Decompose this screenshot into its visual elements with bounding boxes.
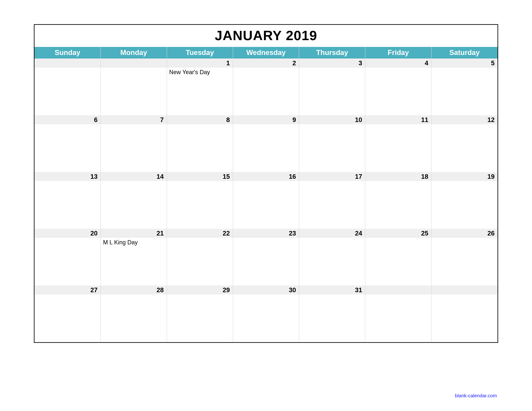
date-cell: [35, 67, 101, 115]
dow-friday: Friday: [365, 47, 431, 58]
week-4-body: M L King Day: [35, 238, 497, 285]
date-cell: [299, 67, 365, 115]
date-number: 8: [167, 115, 233, 124]
date-number: 17: [299, 172, 365, 181]
date-cell: [101, 67, 167, 115]
date-number: 21: [101, 229, 167, 238]
date-number: 10: [299, 115, 365, 124]
date-cell: [431, 294, 497, 342]
week-4-numbers: 20 21 22 23 24 25 26: [35, 229, 497, 238]
date-number: 31: [299, 285, 365, 294]
date-number: 6: [35, 115, 101, 124]
date-cell: [167, 294, 233, 342]
date-number: 1: [167, 58, 233, 67]
date-number: 23: [233, 229, 299, 238]
date-cell: [431, 67, 497, 115]
date-number: [431, 285, 497, 294]
week-5-numbers: 27 28 29 30 31: [35, 285, 497, 294]
week-3-numbers: 13 14 15 16 17 18 19: [35, 172, 497, 181]
date-cell: [35, 294, 101, 342]
date-number: 26: [431, 229, 497, 238]
date-number: 7: [101, 115, 167, 124]
dow-saturday: Saturday: [431, 47, 497, 58]
date-number: 30: [233, 285, 299, 294]
date-number: 14: [101, 172, 167, 181]
date-cell: [233, 124, 299, 172]
dow-sunday: Sunday: [35, 47, 101, 58]
calendar-title: JANUARY 2019: [35, 25, 497, 47]
date-cell: [365, 124, 431, 172]
footer-source-link[interactable]: blank-calendar.com: [455, 393, 497, 398]
week-5-body: [35, 294, 497, 342]
dow-thursday: Thursday: [299, 47, 365, 58]
date-cell: [101, 181, 167, 229]
date-number: 29: [167, 285, 233, 294]
week-3-body: [35, 181, 497, 229]
date-number: 25: [365, 229, 431, 238]
calendar-container: JANUARY 2019 Sunday Monday Tuesday Wedne…: [34, 24, 498, 343]
date-cell: [233, 181, 299, 229]
date-cell: [233, 67, 299, 115]
date-cell: [299, 181, 365, 229]
calendar-grid: Sunday Monday Tuesday Wednesday Thursday…: [35, 47, 497, 342]
date-number: [35, 58, 101, 67]
date-cell: [233, 238, 299, 285]
date-number: 11: [365, 115, 431, 124]
date-number: 20: [35, 229, 101, 238]
date-number: 18: [365, 172, 431, 181]
date-number: 28: [101, 285, 167, 294]
date-number: 2: [233, 58, 299, 67]
date-number: 3: [299, 58, 365, 67]
date-number: 5: [431, 58, 497, 67]
date-number: 27: [35, 285, 101, 294]
date-number: 4: [365, 58, 431, 67]
date-cell: [431, 124, 497, 172]
date-cell: [299, 124, 365, 172]
date-number: 12: [431, 115, 497, 124]
date-number: [101, 58, 167, 67]
dow-monday: Monday: [101, 47, 167, 58]
date-cell: [299, 238, 365, 285]
week-2-numbers: 6 7 8 9 10 11 12: [35, 115, 497, 124]
date-cell: [35, 181, 101, 229]
week-2-body: [35, 124, 497, 172]
date-number: 15: [167, 172, 233, 181]
date-cell: New Year's Day: [167, 67, 233, 115]
date-cell: [101, 294, 167, 342]
date-cell: [233, 294, 299, 342]
date-cell: [431, 181, 497, 229]
date-number: 16: [233, 172, 299, 181]
date-cell: [167, 124, 233, 172]
date-number: [365, 285, 431, 294]
dow-wednesday: Wednesday: [233, 47, 299, 58]
date-number: 19: [431, 172, 497, 181]
week-1-body: New Year's Day: [35, 67, 497, 115]
date-number: 22: [167, 229, 233, 238]
date-cell: [299, 294, 365, 342]
date-cell: [101, 124, 167, 172]
week-1-numbers: 1 2 3 4 5: [35, 58, 497, 67]
date-cell: M L King Day: [101, 238, 167, 285]
date-cell: [365, 67, 431, 115]
date-cell: [167, 181, 233, 229]
date-number: 13: [35, 172, 101, 181]
date-cell: [35, 238, 101, 285]
date-cell: [431, 238, 497, 285]
date-cell: [365, 294, 431, 342]
date-cell: [365, 238, 431, 285]
date-cell: [35, 124, 101, 172]
date-cell: [365, 181, 431, 229]
day-of-week-header: Sunday Monday Tuesday Wednesday Thursday…: [35, 47, 497, 58]
dow-tuesday: Tuesday: [167, 47, 233, 58]
date-cell: [167, 238, 233, 285]
date-number: 9: [233, 115, 299, 124]
date-number: 24: [299, 229, 365, 238]
